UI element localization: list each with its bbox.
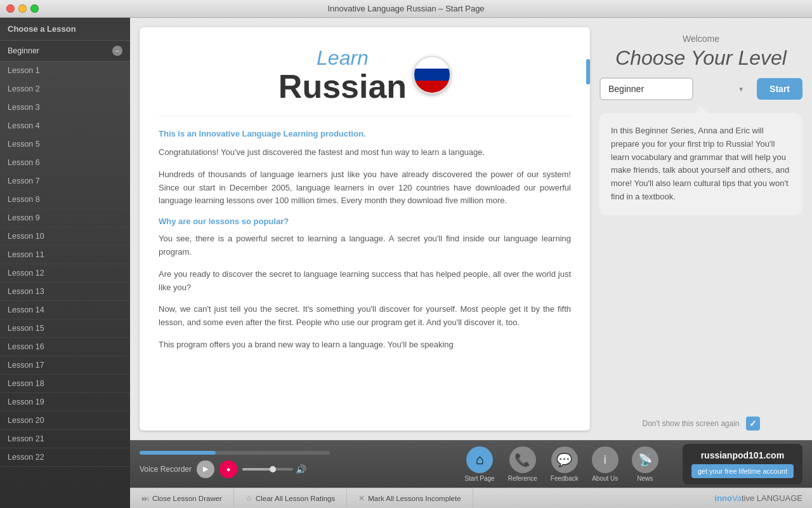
footer-bar: ⏭ Close Lesson Drawer ☆ Clear All Lesson… [130,488,812,508]
about-icon: i [592,446,619,473]
player-bar: Voice Recorder ▶ ● 🔊 [130,440,812,488]
nav-feedback[interactable]: 💬 Feedback [546,446,584,482]
dont-show-checkbox[interactable] [746,417,760,431]
logo-text: Learn Russian [278,46,407,103]
sidebar-item-lesson-2[interactable]: Lesson 2 [0,80,130,98]
start-button[interactable]: Start [757,78,802,100]
flag-white-stripe [414,57,450,69]
star-icon: ☆ [246,494,252,503]
sidebar-item-lesson-20[interactable]: Lesson 20 [0,411,130,430]
sidebar-item-lesson-16[interactable]: Lesson 16 [0,338,130,356]
play-button[interactable]: ▶ [197,460,214,478]
clear-ratings-button[interactable]: ☆ Clear All Lesson Ratings [234,488,347,508]
player-controls: Voice Recorder ▶ ● 🔊 [140,451,330,478]
nav-news[interactable]: 📡 News [627,446,664,482]
right-panel: Welcome Choose Your Level Beginner Eleme… [590,18,812,440]
rpod-cta[interactable]: get your free lifetime account [691,464,794,478]
learn-label: Learn [317,46,369,69]
feedback-icon: 💬 [551,446,578,473]
record-button[interactable]: ● [219,460,237,478]
rpod-title: russianpod101.com [691,450,794,460]
sidebar-item-lesson-7[interactable]: Lesson 7 [0,172,130,190]
close-button[interactable] [6,4,15,13]
mark-incomplete-button[interactable]: ✕ Mark All Lessons Incomplete [347,488,473,508]
window-controls [6,4,39,13]
brand-language: LANGUAGE [754,493,802,503]
choose-level-title: Choose Your Level [599,46,802,70]
para1: Congratulations! You've just discovered … [159,146,571,159]
para2: Hundreds of thousands of language learne… [159,168,571,208]
close-drawer-button[interactable]: ⏭ Close Lesson Drawer [130,488,234,508]
sidebar-item-lesson-4[interactable]: Lesson 4 [0,117,130,135]
home-icon: ⌂ [466,446,493,473]
sidebar-item-lesson-17[interactable]: Lesson 17 [0,356,130,375]
brand-inno: inno [715,493,732,503]
progress-track [140,451,330,455]
para3: You see, there is a powerful secret to l… [159,232,571,259]
sidebar-item-lesson-13[interactable]: Lesson 13 [0,283,130,301]
sidebar-item-lesson-22[interactable]: Lesson 22 [0,448,130,467]
nav-start-page[interactable]: ⌂ Start Page [459,446,499,482]
intro-bold: This is an Innovative Language Learning … [159,129,571,138]
maximize-button[interactable] [30,4,39,13]
content-body: Learn Russian This is an Innovative Lang… [130,18,812,440]
russian-label: Russian [278,70,407,103]
dont-show-row: Don't show this screen again [599,410,802,431]
sidebar-item-lesson-3[interactable]: Lesson 3 [0,98,130,117]
about-label: About Us [592,475,618,482]
sidebar-item-lesson-18[interactable]: Lesson 18 [0,375,130,393]
news-icon: 📡 [632,446,658,473]
mark-incomplete-label: Mark All Lessons Incomplete [368,495,461,502]
left-panel: Learn Russian This is an Innovative Lang… [140,27,590,431]
sidebar-item-lesson-10[interactable]: Lesson 10 [0,227,130,246]
sidebar-header: Choose a Lesson [0,18,130,41]
para5: Now, we can't just tell you the secret. … [159,303,571,330]
sidebar-item-lesson-12[interactable]: Lesson 12 [0,264,130,283]
sidebar-item-lesson-1[interactable]: Lesson 1 [0,62,130,80]
minimize-button[interactable] [18,4,27,13]
sidebar-item-lesson-14[interactable]: Lesson 14 [0,301,130,319]
para4: Are you ready to discover the secret to … [159,268,571,295]
sidebar-item-lesson-9[interactable]: Lesson 9 [0,209,130,227]
news-label: News [637,475,653,482]
welcome-section: Welcome Choose Your Level [599,27,802,70]
welcome-label: Welcome [599,34,802,44]
russian-flag [413,56,451,94]
sidebar-item-lesson-11[interactable]: Lesson 11 [0,246,130,264]
brand-tive: tive [742,493,754,503]
level-select-wrapper: Beginner Elementary Intermediate Upper I… [599,77,750,100]
player-label: Voice Recorder [140,465,192,474]
sidebar-item-lesson-19[interactable]: Lesson 19 [0,393,130,411]
nav-reference[interactable]: 📞 Reference [503,446,542,482]
main-area: Learn Russian This is an Innovative Lang… [130,18,812,508]
sidebar-item-lesson-8[interactable]: Lesson 8 [0,190,130,209]
description-text: In this Beginner Series, Anna and Eric w… [611,126,789,201]
titlebar: Innovative Language Russian – Start Page [0,0,812,18]
level-select[interactable]: Beginner Elementary Intermediate Upper I… [599,77,693,100]
volume-fill [242,468,273,471]
level-selector-row: Beginner Elementary Intermediate Upper I… [599,77,802,100]
nav-icons-area: ⌂ Start Page 📞 Reference 💬 Feedback i Ab… [459,446,663,482]
volume-icon: 🔊 [296,464,306,474]
sidebar: Choose a Lesson Beginner – Lesson 1Lesso… [0,18,130,508]
progress-fill [140,451,216,455]
para6: This program offers you a brand new way … [159,338,571,352]
reference-label: Reference [508,475,537,482]
close-drawer-icon: ⏭ [141,494,149,503]
close-drawer-label: Close Lesson Drawer [152,495,222,502]
sidebar-lessons: Lesson 1Lesson 2Lesson 3Lesson 4Lesson 5… [0,62,130,467]
why-heading: Why are our lessons so popular? [159,217,571,226]
sidebar-item-lesson-21[interactable]: Lesson 21 [0,430,130,448]
scroll-indicator [586,59,590,84]
sidebar-level-beginner[interactable]: Beginner – [0,41,130,62]
brand-vative: Va [732,493,742,503]
sidebar-item-lesson-6[interactable]: Lesson 6 [0,154,130,172]
footer-brand: innoVative LANGUAGE [715,493,812,503]
description-bubble: In this Beginner Series, Anna and Eric w… [599,113,802,215]
sidebar-item-lesson-5[interactable]: Lesson 5 [0,135,130,154]
volume-slider[interactable] [242,468,293,471]
sidebar-level-label: Beginner [8,46,39,55]
player-buttons: ▶ ● [197,460,237,478]
nav-about-us[interactable]: i About Us [587,446,624,482]
sidebar-item-lesson-15[interactable]: Lesson 15 [0,319,130,338]
